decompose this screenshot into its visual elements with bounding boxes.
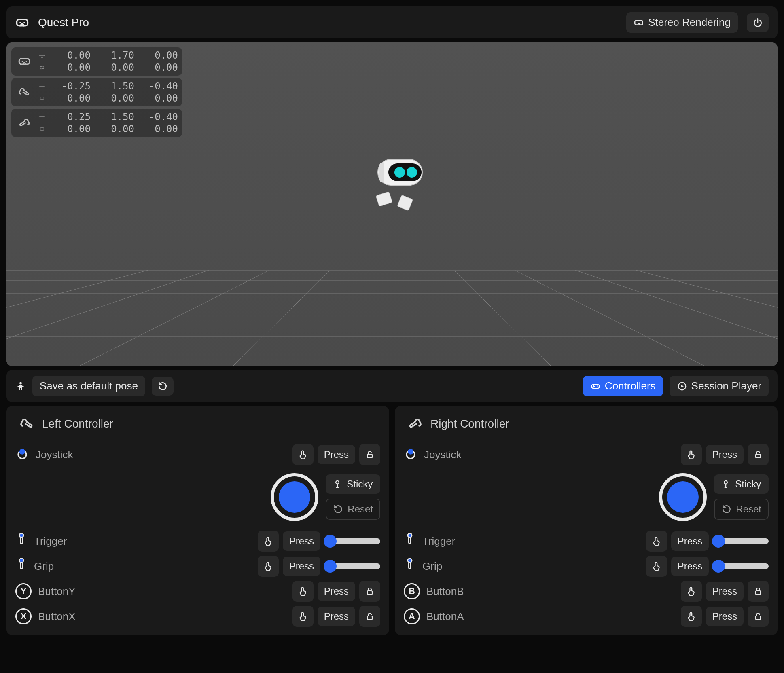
left-controller-icon — [15, 85, 33, 99]
left-trigger-slider[interactable] — [324, 538, 380, 544]
svg-rect-27 — [397, 195, 413, 211]
trigger-icon — [15, 532, 28, 550]
left-grip-slider[interactable] — [324, 563, 380, 569]
right-a-lock[interactable] — [748, 606, 769, 627]
slider-knob — [324, 535, 337, 548]
left-joystick-lock[interactable] — [359, 444, 380, 465]
move-icon — [37, 83, 47, 90]
left-grip-touch[interactable] — [258, 556, 279, 577]
reset-icon — [721, 504, 732, 514]
right-button-b-row: B ButtonB Press — [404, 581, 769, 602]
device-title: Quest Pro — [38, 16, 617, 29]
right-trigger-press[interactable]: Press — [671, 531, 709, 551]
right-button-a-row: A ButtonA Press — [404, 606, 769, 627]
right-joystick-reset[interactable]: Reset — [714, 499, 769, 520]
stereo-icon — [634, 17, 644, 28]
left-joystick[interactable] — [271, 473, 318, 521]
left-joystick-press[interactable]: Press — [318, 445, 355, 464]
left-trigger-touch[interactable] — [258, 531, 279, 552]
stereo-rendering-button[interactable]: Stereo Rendering — [626, 12, 738, 33]
right-b-press[interactable]: Press — [706, 582, 744, 601]
left-x-press[interactable]: Press — [318, 607, 355, 626]
right-b-lock[interactable] — [748, 581, 769, 602]
right-a-press[interactable]: Press — [706, 607, 744, 626]
right-grip-slider[interactable] — [713, 563, 769, 569]
save-default-pose-button[interactable]: Save as default pose — [32, 376, 145, 396]
left-y-press[interactable]: Press — [318, 582, 355, 601]
left-joystick-sticky[interactable]: Sticky — [326, 474, 380, 494]
right-joystick-lock[interactable] — [748, 444, 769, 465]
right-a-touch[interactable] — [681, 606, 702, 627]
right-b-touch[interactable] — [681, 581, 702, 602]
reset-pose-button[interactable] — [152, 377, 174, 396]
overlay-left-controller[interactable]: -0.25 1.50 -0.40 0.00 0.00 0.00 — [11, 78, 182, 106]
transform-overlay: 0.00 1.70 0.00 0.00 0.00 0.00 — [11, 47, 182, 137]
right-controller-panel: Right Controller Joystick Press — [395, 406, 778, 635]
right-controller-title: Right Controller — [430, 417, 509, 430]
left-y-touch[interactable] — [292, 581, 314, 602]
viewport-3d[interactable]: 0.00 1.70 0.00 0.00 0.00 0.00 — [6, 42, 778, 366]
slider-knob — [712, 560, 725, 573]
left-trigger-row: Trigger Press — [15, 531, 380, 552]
left-joystick-reset[interactable]: Reset — [326, 499, 380, 520]
svg-rect-23 — [40, 66, 44, 69]
joystick-thumb — [667, 481, 699, 513]
svg-rect-45 — [367, 591, 372, 595]
session-player-tab[interactable]: Session Player — [670, 376, 769, 396]
svg-point-51 — [408, 533, 412, 537]
b-badge: B — [404, 583, 420, 599]
right-joystick[interactable] — [659, 473, 707, 521]
svg-rect-26 — [376, 191, 392, 206]
left-grip-press[interactable]: Press — [283, 557, 320, 576]
svg-point-1 — [19, 22, 21, 23]
headset-icon — [15, 55, 33, 68]
controllers-tab[interactable]: Controllers — [583, 376, 663, 396]
power-button[interactable] — [747, 13, 769, 32]
left-joystick-touch[interactable] — [292, 444, 314, 465]
grip-icon — [404, 557, 416, 576]
svg-rect-32 — [379, 163, 384, 182]
pose-bar: Save as default pose Controllers Session… — [6, 370, 778, 402]
svg-point-33 — [19, 382, 22, 384]
svg-point-30 — [394, 167, 405, 178]
svg-point-22 — [26, 61, 27, 62]
svg-point-39 — [19, 449, 25, 454]
move-icon — [37, 52, 47, 59]
right-grip-press[interactable]: Press — [671, 557, 709, 576]
slider-knob — [324, 560, 337, 573]
right-joystick-touch[interactable] — [681, 444, 702, 465]
svg-point-44 — [20, 559, 23, 562]
overlay-right-controller[interactable]: 0.25 1.50 -0.40 0.00 0.00 0.00 — [11, 109, 182, 137]
left-x-lock[interactable] — [359, 606, 380, 627]
rotate-icon — [37, 125, 47, 133]
left-joystick-row: Joystick Press — [15, 444, 380, 465]
power-icon — [752, 17, 763, 28]
svg-rect-40 — [367, 454, 372, 458]
reset-icon — [157, 381, 168, 392]
left-x-touch[interactable] — [292, 606, 314, 627]
stereo-rendering-label: Stereo Rendering — [648, 16, 731, 29]
right-joystick-sticky[interactable]: Sticky — [714, 474, 769, 494]
right-trigger-touch[interactable] — [646, 531, 667, 552]
rotate-icon — [37, 64, 47, 71]
overlay-headset[interactable]: 0.00 1.70 0.00 0.00 0.00 0.00 — [11, 47, 182, 76]
right-controller-icon — [407, 416, 423, 432]
svg-point-42 — [19, 533, 23, 537]
svg-point-21 — [22, 61, 23, 62]
move-icon — [37, 113, 47, 121]
right-grip-row: Grip Press — [404, 556, 769, 577]
left-y-lock[interactable] — [359, 581, 380, 602]
left-trigger-press[interactable]: Press — [283, 531, 320, 551]
right-joystick-press[interactable]: Press — [706, 445, 744, 464]
svg-rect-25 — [40, 128, 44, 130]
left-button-y-row: Y ButtonY Press — [15, 581, 380, 602]
right-grip-touch[interactable] — [646, 556, 667, 577]
pin-icon — [720, 479, 731, 489]
y-badge: Y — [15, 583, 32, 599]
right-trigger-slider[interactable] — [713, 538, 769, 544]
svg-point-48 — [408, 449, 413, 454]
robot-avatar — [348, 143, 436, 226]
svg-rect-49 — [756, 454, 761, 458]
svg-point-2 — [23, 22, 25, 23]
svg-point-50 — [725, 481, 728, 484]
